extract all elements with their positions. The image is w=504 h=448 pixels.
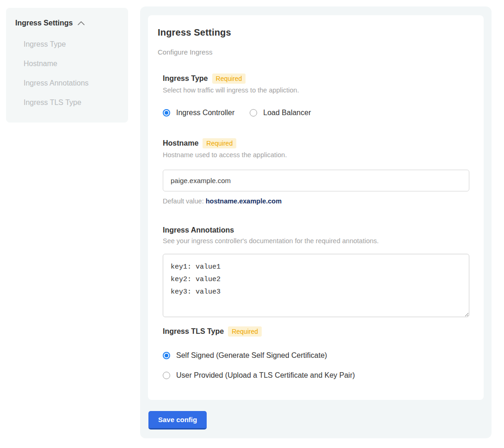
section-ingress-tls-type: Ingress TLS Type Required Self Signed (G… bbox=[163, 326, 474, 380]
ingress-tls-radio-group: Self Signed (Generate Self Signed Certif… bbox=[163, 351, 474, 380]
page-subtitle: Configure Ingress bbox=[158, 48, 474, 56]
radio-selected-icon bbox=[163, 109, 170, 117]
radio-selected-icon bbox=[163, 352, 170, 359]
ingress-annotations-textarea[interactable]: key1: value1 key2: value2 key3: value3 bbox=[163, 254, 469, 317]
section-ingress-type: Ingress Type Required Select how traffic… bbox=[163, 74, 474, 117]
section-ingress-annotations: Ingress Annotations See your ingress con… bbox=[163, 226, 474, 317]
sidebar-item-ingress-tls-type[interactable]: Ingress TLS Type bbox=[24, 93, 119, 112]
sidebar-item-list: Ingress Type Hostname Ingress Annotation… bbox=[15, 35, 119, 112]
required-badge: Required bbox=[228, 326, 262, 337]
sidebar-group-ingress-settings[interactable]: Ingress Settings bbox=[15, 19, 119, 27]
radio-option-ingress-controller[interactable]: Ingress Controller bbox=[163, 109, 234, 117]
required-badge: Required bbox=[203, 138, 236, 148]
config-nav-sidebar: Ingress Settings Ingress Type Hostname I… bbox=[6, 8, 128, 123]
ingress-tls-type-label: Ingress TLS Type bbox=[163, 327, 224, 336]
ingress-type-label: Ingress Type bbox=[163, 74, 208, 83]
config-main-panel: Ingress Settings Configure Ingress Ingre… bbox=[140, 6, 492, 438]
radio-option-label: User Provided (Upload a TLS Certificate … bbox=[176, 371, 355, 380]
radio-unselected-icon bbox=[250, 109, 257, 117]
sidebar-group-label: Ingress Settings bbox=[15, 19, 73, 27]
radio-option-user-provided[interactable]: User Provided (Upload a TLS Certificate … bbox=[163, 371, 474, 380]
save-config-button[interactable]: Save config bbox=[148, 411, 207, 430]
default-value-prefix: Default value: bbox=[163, 197, 206, 205]
hostname-label: Hostname bbox=[163, 139, 198, 147]
radio-option-label: Load Balancer bbox=[263, 109, 311, 117]
config-card: Ingress Settings Configure Ingress Ingre… bbox=[148, 15, 484, 400]
hostname-input[interactable] bbox=[163, 170, 469, 191]
radio-option-self-signed[interactable]: Self Signed (Generate Self Signed Certif… bbox=[163, 351, 474, 360]
ingress-type-radio-group: Ingress Controller Load Balancer bbox=[163, 109, 474, 117]
ingress-annotations-help: See your ingress controller's documentat… bbox=[163, 237, 474, 245]
hostname-default-line: Default value: hostname.example.com bbox=[163, 197, 474, 205]
ingress-annotations-label: Ingress Annotations bbox=[163, 226, 234, 234]
sidebar-item-ingress-annotations[interactable]: Ingress Annotations bbox=[24, 74, 119, 93]
hostname-help: Hostname used to access the application. bbox=[163, 151, 474, 159]
radio-unselected-icon bbox=[163, 372, 170, 379]
radio-option-load-balancer[interactable]: Load Balancer bbox=[250, 109, 311, 117]
default-value-link[interactable]: hostname.example.com bbox=[206, 197, 282, 205]
radio-option-label: Ingress Controller bbox=[176, 109, 234, 117]
sidebar-item-hostname[interactable]: Hostname bbox=[24, 54, 119, 74]
required-badge: Required bbox=[212, 74, 246, 84]
page-title: Ingress Settings bbox=[158, 27, 474, 38]
section-hostname: Hostname Required Hostname used to acces… bbox=[163, 138, 474, 205]
ingress-type-help: Select how traffic will ingress to the a… bbox=[163, 86, 474, 94]
sidebar-item-ingress-type[interactable]: Ingress Type bbox=[24, 35, 119, 54]
chevron-up-icon bbox=[77, 21, 85, 26]
radio-option-label: Self Signed (Generate Self Signed Certif… bbox=[176, 351, 327, 360]
